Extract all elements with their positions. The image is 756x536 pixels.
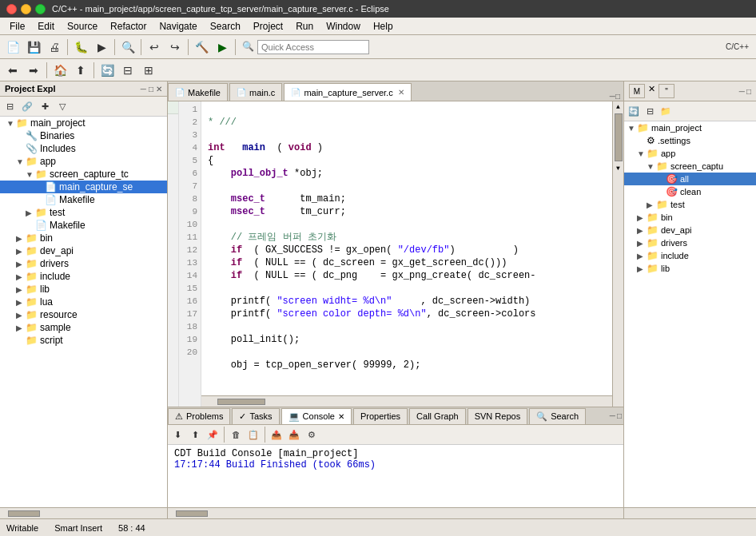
close-panel-btn[interactable]: ✕ bbox=[156, 85, 162, 93]
minimize-editor-btn[interactable]: ─ bbox=[610, 92, 615, 101]
editor-hscroll[interactable] bbox=[201, 395, 612, 407]
right-tree-main-project[interactable]: ▼ 📁 main_project bbox=[624, 121, 756, 134]
new-btn[interactable]: 📄 bbox=[3, 38, 22, 57]
debug-btn[interactable]: 🐛 bbox=[71, 38, 90, 57]
tree-item-makefile2[interactable]: 📄 Makefile bbox=[0, 219, 167, 232]
menu-project[interactable]: Project bbox=[247, 19, 289, 34]
menu-refactor[interactable]: Refactor bbox=[104, 19, 153, 34]
tree-item-resource[interactable]: ▶ 📁 resource bbox=[0, 308, 167, 321]
tree-item-includes[interactable]: 📎 Includes bbox=[0, 142, 167, 155]
code-editor[interactable]: 1 2 3 4 5 6 7 8 9 10 11 12 13 14 15 16 1… bbox=[168, 101, 623, 407]
tab-tasks[interactable]: ✓ Tasks bbox=[232, 408, 279, 424]
redo-btn[interactable]: ↪ bbox=[165, 38, 185, 57]
export-btn[interactable]: 📤 bbox=[269, 427, 284, 443]
build-btn[interactable]: 🔨 bbox=[192, 38, 211, 57]
minimize-panel-btn[interactable]: ─ bbox=[141, 85, 146, 93]
tree-item-dev-api[interactable]: ▶ 📁 dev_api bbox=[0, 244, 167, 257]
scroll-down-icon[interactable]: ▼ bbox=[615, 163, 622, 173]
menu-navigate[interactable]: Navigate bbox=[153, 19, 203, 34]
close-tab-icon[interactable]: ✕ bbox=[398, 88, 404, 97]
perspective-btn[interactable]: C/C++ bbox=[722, 38, 753, 57]
tab-properties[interactable]: Properties bbox=[353, 408, 408, 424]
minimize-right-btn[interactable]: ─ bbox=[739, 87, 745, 96]
right-tree-dev-api[interactable]: ▶ 📁 dev_api bbox=[624, 224, 756, 236]
minimize-console-btn[interactable]: ─ bbox=[610, 411, 615, 420]
up-btn[interactable]: ⬆ bbox=[71, 61, 90, 80]
tab-search[interactable]: 🔍 Search bbox=[529, 408, 586, 424]
right-tree-screen-captu[interactable]: ▼ 📁 screen_captu bbox=[624, 160, 756, 173]
new-folder-btn[interactable]: 📁 bbox=[658, 103, 674, 119]
run2-btn[interactable]: ▶ bbox=[213, 38, 232, 57]
editor-vscroll[interactable]: ▲ ▼ bbox=[612, 101, 623, 407]
expand-btn[interactable]: ⊞ bbox=[139, 61, 158, 80]
tab-console[interactable]: 💻 Console ✕ bbox=[281, 408, 352, 424]
tab-svn[interactable]: SVN Repos bbox=[468, 408, 527, 424]
tree-item-main-project[interactable]: ▼ 📁 main_project bbox=[0, 117, 167, 129]
tree-item-bin[interactable]: ▶ 📁 bin bbox=[0, 232, 167, 244]
tree-item-lua[interactable]: ▶ 📁 lua bbox=[0, 296, 167, 308]
menu-run[interactable]: Run bbox=[289, 19, 320, 34]
print-btn[interactable]: 🖨 bbox=[45, 38, 64, 57]
tab-problems[interactable]: ⚠ Problems bbox=[168, 408, 230, 424]
search-btn[interactable]: 🔍 bbox=[118, 38, 137, 57]
console-hscroll[interactable] bbox=[168, 507, 623, 518]
tab-main-capture-server[interactable]: 📄 main_capture_server.c ✕ bbox=[284, 83, 411, 101]
save-btn[interactable]: 💾 bbox=[24, 38, 43, 57]
tree-item-makefile1[interactable]: 📄 Makefile bbox=[0, 193, 167, 206]
tree-item-main-capture[interactable]: 📄 main_capture_se bbox=[0, 181, 167, 193]
scroll-up-icon[interactable]: ▲ bbox=[615, 101, 622, 112]
tree-item-binaries[interactable]: 🔧 Binaries bbox=[0, 129, 167, 142]
tab-makefile[interactable]: 📄 Makefile bbox=[168, 83, 228, 101]
close-btn[interactable] bbox=[6, 4, 17, 14]
right-tree[interactable]: ▼ 📁 main_project ⚙ .settings ▼ 📁 app ▼ 📁 bbox=[624, 121, 756, 507]
home-btn[interactable]: 🏠 bbox=[50, 61, 70, 80]
right-tree-app[interactable]: ▼ 📁 app bbox=[624, 147, 756, 160]
menu-edit[interactable]: Edit bbox=[31, 19, 61, 34]
menu-source[interactable]: Source bbox=[61, 19, 104, 34]
header-controls[interactable]: ─ □ ✕ bbox=[141, 85, 162, 93]
project-tree[interactable]: ▼ 📁 main_project 🔧 Binaries 📎 Includes ▼… bbox=[0, 117, 167, 507]
right-tree-include[interactable]: ▶ 📁 include bbox=[624, 249, 756, 262]
code-content[interactable]: * /// int main ( void ) { poll_obj_t *ob… bbox=[201, 101, 612, 395]
tab-call-graph[interactable]: Call Graph bbox=[409, 408, 466, 424]
new-project-btn[interactable]: ✚ bbox=[37, 98, 53, 114]
import-btn[interactable]: 📥 bbox=[286, 427, 302, 443]
minimize-btn[interactable] bbox=[21, 4, 31, 14]
menu-window[interactable]: Window bbox=[320, 19, 367, 34]
collapse-btn[interactable]: ⊟ bbox=[118, 61, 137, 80]
maximize-editor-btn[interactable]: □ bbox=[615, 92, 620, 101]
run-btn[interactable]: ▶ bbox=[92, 38, 111, 57]
pin-btn[interactable]: 📌 bbox=[205, 427, 221, 443]
tree-item-app[interactable]: ▼ 📁 app bbox=[0, 155, 167, 168]
copy-btn[interactable]: 📋 bbox=[245, 427, 261, 443]
tree-item-lib[interactable]: ▶ 📁 lib bbox=[0, 283, 167, 296]
right-tree-clean[interactable]: 🎯 clean bbox=[624, 185, 756, 198]
tab-main-c[interactable]: 📄 main.c bbox=[229, 83, 282, 101]
link-editor-btn[interactable]: 🔗 bbox=[19, 98, 35, 114]
collapse-all-btn[interactable]: ⊟ bbox=[2, 98, 18, 114]
outline-tab-btn[interactable]: M bbox=[629, 84, 645, 98]
right-tree-settings[interactable]: ⚙ .settings bbox=[624, 134, 756, 147]
quick-access-input[interactable] bbox=[257, 40, 369, 54]
right-tree-bin[interactable]: ▶ 📁 bin bbox=[624, 211, 756, 224]
maximize-right-btn[interactable]: □ bbox=[746, 87, 751, 96]
back-btn[interactable]: ⬅ bbox=[3, 61, 22, 80]
tree-item-test[interactable]: ▶ 📁 test bbox=[0, 206, 167, 219]
left-panel-hscroll[interactable] bbox=[0, 507, 167, 518]
tree-item-script[interactable]: 📁 script bbox=[0, 334, 167, 347]
nav-tab-btn[interactable]: " bbox=[659, 84, 674, 98]
collapse-right-btn[interactable]: ⊟ bbox=[642, 103, 658, 119]
right-panel-hscroll[interactable] bbox=[624, 507, 756, 518]
maximize-btn[interactable] bbox=[35, 4, 46, 14]
tree-item-sample[interactable]: ▶ 📁 sample bbox=[0, 321, 167, 334]
menu-help[interactable]: Help bbox=[367, 19, 400, 34]
tree-item-screen-capture[interactable]: ▼ 📁 screen_capture_tc bbox=[0, 168, 167, 181]
menu-file[interactable]: File bbox=[3, 19, 31, 34]
clear-btn[interactable]: 🗑 bbox=[228, 427, 244, 443]
scroll-down-btn[interactable]: ⬇ bbox=[169, 427, 185, 443]
right-tree-all[interactable]: 🎯 all bbox=[624, 173, 756, 185]
right-tree-lib[interactable]: ▶ 📁 lib bbox=[624, 262, 756, 275]
sync-btn[interactable]: 🔄 bbox=[626, 103, 642, 119]
filter-btn[interactable]: ▽ bbox=[54, 98, 70, 114]
settings-btn[interactable]: ⚙ bbox=[304, 427, 320, 443]
